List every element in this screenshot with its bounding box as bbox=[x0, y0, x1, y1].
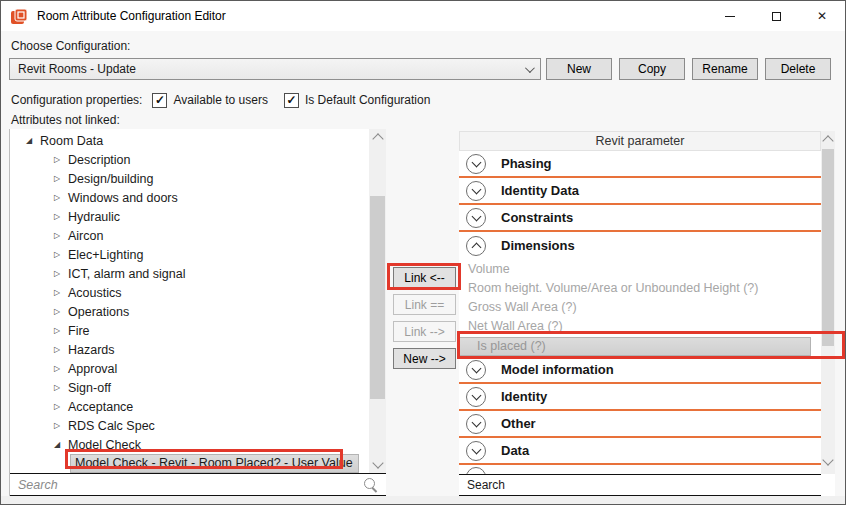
tree-item-hydraulic[interactable]: ▷Hydraulic bbox=[10, 207, 370, 226]
parameter-is-placed[interactable]: Is placed (?) bbox=[459, 335, 821, 357]
parameter-search-field[interactable]: Search bbox=[459, 474, 821, 496]
parameter-scrollbar-thumb[interactable] bbox=[822, 149, 834, 346]
tree-item-label: Sign-off bbox=[68, 381, 111, 395]
tree-item-elec-lighting[interactable]: ▷Elec+Lighting bbox=[10, 245, 370, 264]
minimize-button[interactable] bbox=[707, 1, 753, 31]
collapsed-arrow-icon[interactable]: ▷ bbox=[52, 307, 62, 316]
tree-item-model-check[interactable]: ◢Model Check bbox=[10, 435, 370, 454]
section-constraints[interactable]: Constraints bbox=[459, 205, 821, 232]
tree-item-operations[interactable]: ▷Operations bbox=[10, 302, 370, 321]
chevron-down-circle-icon[interactable] bbox=[466, 441, 486, 461]
tree-item-room-data[interactable]: ◢Room Data bbox=[10, 131, 370, 150]
collapsed-arrow-icon[interactable]: ▷ bbox=[52, 212, 62, 221]
delete-button[interactable]: Delete bbox=[765, 58, 831, 80]
link-button: Link --> bbox=[393, 321, 456, 342]
tree-scrollbar[interactable] bbox=[369, 129, 386, 473]
tree-item-approval[interactable]: ▷Approval bbox=[10, 359, 370, 378]
maximize-button[interactable] bbox=[753, 1, 799, 31]
tree-item-acoustics[interactable]: ▷Acoustics bbox=[10, 283, 370, 302]
tree-item-label: RDS Calc Spec bbox=[68, 419, 155, 433]
collapsed-arrow-icon[interactable]: ▷ bbox=[52, 231, 62, 240]
expanded-arrow-icon[interactable]: ◢ bbox=[52, 440, 62, 449]
section-dimensions[interactable]: Dimensions bbox=[459, 232, 821, 259]
close-button[interactable]: ✕ bbox=[799, 1, 845, 31]
tree-scrollbar-thumb[interactable] bbox=[370, 196, 385, 399]
section-identity-data[interactable]: Identity Data bbox=[459, 178, 821, 205]
configuration-selected-value: Revit Rooms - Update bbox=[18, 62, 136, 76]
tree-item-design-building[interactable]: ▷Design/building bbox=[10, 169, 370, 188]
attributes-tree: ◢Room Data▷Description▷Design/building▷W… bbox=[10, 129, 370, 473]
caption-buttons: ✕ bbox=[707, 1, 845, 31]
checkbox-icon[interactable]: ✓ bbox=[152, 93, 167, 108]
tree-item-ict-alarm-and-signal[interactable]: ▷ICT, alarm and signal bbox=[10, 264, 370, 283]
collapsed-arrow-icon[interactable]: ▷ bbox=[52, 421, 62, 430]
checkbox-available-to-users: ✓Available to users bbox=[152, 93, 268, 108]
chevron-up-circle-icon[interactable] bbox=[466, 236, 486, 256]
parameter-gross-wall-area[interactable]: Gross Wall Area (?) bbox=[459, 297, 821, 316]
section-data[interactable]: Data bbox=[459, 438, 821, 465]
revit-parameter-panel: Revit parameter PhasingIdentity DataCons… bbox=[459, 131, 835, 496]
attributes-search-field[interactable]: Search bbox=[10, 473, 386, 496]
tree-item-label: ICT, alarm and signal bbox=[68, 267, 185, 281]
link-button: Link == bbox=[393, 294, 456, 315]
tree-item-aircon[interactable]: ▷Aircon bbox=[10, 226, 370, 245]
configuration-dropdown[interactable]: Revit Rooms - Update bbox=[9, 58, 541, 80]
new-button[interactable]: New --> bbox=[393, 348, 456, 369]
section-other[interactable]: Other bbox=[459, 411, 821, 438]
section-label: Phasing bbox=[501, 156, 552, 171]
tree-item-sign-off[interactable]: ▷Sign-off bbox=[10, 378, 370, 397]
parameter-net-wall-area[interactable]: Net Wall Area (?) bbox=[459, 316, 821, 335]
link-button[interactable]: Link <-- bbox=[393, 267, 456, 288]
parameter-room-height-volume-area-or-unbounded-height[interactable]: Room height. Volume/Area or Unbounded He… bbox=[459, 278, 821, 297]
collapsed-arrow-icon[interactable]: ▷ bbox=[52, 155, 62, 164]
collapsed-arrow-icon[interactable]: ▷ bbox=[52, 364, 62, 373]
tree-item-hazards[interactable]: ▷Hazards bbox=[10, 340, 370, 359]
tree-item-label: Acceptance bbox=[68, 400, 133, 414]
section-identity[interactable]: Identity bbox=[459, 384, 821, 411]
parameter-scrollbar[interactable] bbox=[821, 131, 835, 474]
parameter-label: Is placed (?) bbox=[459, 337, 811, 356]
attributes-not-linked-label: Attributes not linked: bbox=[11, 113, 120, 127]
checkbox-icon[interactable]: ✓ bbox=[284, 93, 299, 108]
collapsed-arrow-icon[interactable]: ▷ bbox=[52, 174, 62, 183]
section-phasing[interactable]: Phasing bbox=[459, 151, 821, 178]
search-placeholder: Search bbox=[18, 478, 58, 492]
chevron-down-circle-icon[interactable] bbox=[466, 181, 486, 201]
chevron-down-circle-icon[interactable] bbox=[466, 387, 486, 407]
collapsed-arrow-icon[interactable]: ▷ bbox=[52, 250, 62, 259]
parameter-volume[interactable]: Volume bbox=[459, 259, 821, 278]
copy-button[interactable]: Copy bbox=[619, 58, 685, 80]
tree-item-description[interactable]: ▷Description bbox=[10, 150, 370, 169]
scroll-down-icon bbox=[372, 457, 383, 468]
collapsed-arrow-icon[interactable]: ▷ bbox=[52, 383, 62, 392]
collapsed-arrow-icon[interactable]: ▷ bbox=[52, 326, 62, 335]
section-model-information[interactable]: Model information bbox=[459, 357, 821, 384]
tree-item-acceptance[interactable]: ▷Acceptance bbox=[10, 397, 370, 416]
collapsed-arrow-icon[interactable]: ▷ bbox=[52, 288, 62, 297]
new-button[interactable]: New bbox=[546, 58, 612, 80]
tree-item-label: Hazards bbox=[68, 343, 115, 357]
tree-item-label: Approval bbox=[68, 362, 117, 376]
section-label: Identity bbox=[501, 389, 547, 404]
chevron-down-circle-icon[interactable] bbox=[466, 208, 486, 228]
expanded-arrow-icon[interactable]: ◢ bbox=[24, 136, 34, 145]
tree-item-label: Description bbox=[68, 153, 131, 167]
checkbox-label: Is Default Configuration bbox=[305, 93, 430, 107]
parameter-label: Net Wall Area (?) bbox=[468, 319, 563, 333]
collapsed-arrow-icon[interactable]: ▷ bbox=[52, 269, 62, 278]
chevron-down-circle-icon[interactable] bbox=[466, 154, 486, 174]
collapsed-arrow-icon[interactable]: ▷ bbox=[52, 402, 62, 411]
parameter-label: Gross Wall Area (?) bbox=[468, 300, 577, 314]
tree-item-rds-calc-spec[interactable]: ▷RDS Calc Spec bbox=[10, 416, 370, 435]
section-label: Data bbox=[501, 443, 529, 458]
tree-item-label: Design/building bbox=[68, 172, 153, 186]
rename-button[interactable]: Rename bbox=[692, 58, 758, 80]
collapsed-arrow-icon[interactable]: ▷ bbox=[52, 193, 62, 202]
scroll-up-icon bbox=[372, 133, 383, 144]
chevron-down-circle-icon[interactable] bbox=[466, 414, 486, 434]
collapsed-arrow-icon[interactable]: ▷ bbox=[52, 345, 62, 354]
chevron-down-circle-icon[interactable] bbox=[466, 360, 486, 380]
tree-item-model-check-revit-room-placed-user-value[interactable]: Model Check - Revit - Room Placed? - Use… bbox=[10, 454, 370, 473]
tree-item-fire[interactable]: ▷Fire bbox=[10, 321, 370, 340]
tree-item-windows-and-doors[interactable]: ▷Windows and doors bbox=[10, 188, 370, 207]
